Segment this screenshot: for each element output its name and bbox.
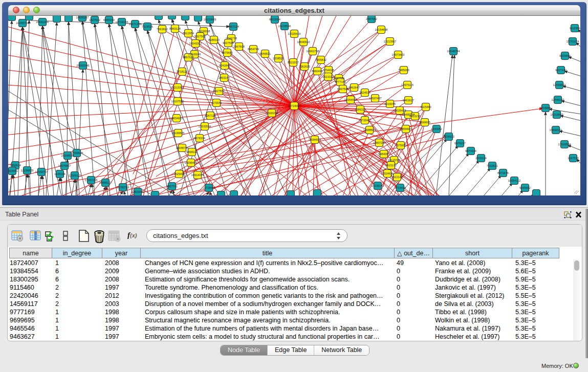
svg-text:10655267: 10655267 [76, 16, 89, 19]
svg-text:8938923: 8938923 [443, 135, 454, 138]
svg-text:2967608: 2967608 [233, 45, 245, 48]
svg-text:9646821: 9646821 [259, 52, 271, 55]
svg-text:8990448: 8990448 [312, 70, 323, 73]
svg-text:19554923: 19554923 [400, 127, 412, 130]
svg-text:9329966: 9329966 [559, 54, 571, 57]
svg-text:2687682: 2687682 [366, 17, 377, 20]
svg-text:19166845: 19166845 [172, 132, 185, 135]
svg-text:15751074: 15751074 [567, 40, 579, 43]
svg-text:16671355: 16671355 [129, 23, 142, 26]
svg-text:9463627: 9463627 [403, 99, 414, 102]
svg-text:9227342: 9227342 [555, 69, 567, 72]
svg-text:9857791: 9857791 [166, 185, 178, 188]
svg-text:7462647: 7462647 [349, 86, 360, 89]
svg-text:12093822: 12093822 [553, 83, 566, 86]
svg-text:8912954: 8912954 [183, 32, 194, 35]
svg-text:19654933: 19654933 [170, 117, 183, 120]
svg-text:19384554: 19384554 [309, 138, 321, 141]
svg-text:8322037: 8322037 [288, 61, 299, 64]
svg-text:18300295: 18300295 [266, 112, 278, 115]
svg-text:9242848: 9242848 [219, 64, 230, 67]
svg-text:16033809: 16033809 [204, 18, 216, 21]
svg-text:3267110: 3267110 [205, 114, 215, 117]
svg-text:17957255: 17957255 [85, 179, 98, 182]
svg-text:9498222: 9498222 [186, 150, 198, 154]
svg-text:12213369: 12213369 [171, 86, 184, 89]
svg-text:3915941: 3915941 [8, 169, 18, 172]
svg-text:16543362: 16543362 [189, 42, 202, 45]
svg-text:10975867: 10975867 [58, 164, 71, 167]
svg-text:9474444: 9474444 [465, 149, 476, 152]
svg-text:12156829: 12156829 [21, 169, 34, 172]
svg-text:9245652: 9245652 [519, 186, 531, 189]
svg-text:8813054: 8813054 [269, 18, 280, 21]
svg-text:12505115: 12505115 [69, 174, 81, 177]
svg-text:10054112: 10054112 [508, 179, 520, 182]
svg-text:9327503: 9327503 [194, 35, 206, 38]
svg-text:3215955: 3215955 [540, 106, 551, 110]
svg-text:12823446: 12823446 [132, 190, 144, 193]
svg-text:8412236: 8412236 [409, 115, 421, 118]
svg-text:5350614: 5350614 [10, 164, 21, 167]
svg-text:3675685: 3675685 [222, 51, 233, 54]
svg-text:7075692: 7075692 [395, 144, 406, 147]
svg-text:10507487: 10507487 [369, 97, 382, 100]
svg-text:3457789: 3457789 [333, 77, 344, 80]
svg-text:1733426: 1733426 [395, 186, 406, 189]
svg-text:9699695: 9699695 [419, 121, 430, 124]
svg-text:2935114: 2935114 [475, 157, 486, 160]
svg-text:10719155: 10719155 [116, 20, 128, 24]
svg-text:16099489: 16099489 [185, 161, 198, 164]
svg-text:2386322: 2386322 [355, 108, 366, 111]
svg-text:1615132: 1615132 [385, 164, 397, 167]
svg-text:1145194: 1145194 [54, 172, 65, 176]
svg-text:7663822: 7663822 [157, 28, 168, 31]
svg-text:16154838: 16154838 [375, 28, 388, 31]
svg-text:6794028: 6794028 [323, 69, 334, 72]
svg-text:7955812: 7955812 [315, 58, 326, 61]
svg-text:10958127: 10958127 [99, 181, 112, 184]
svg-text:5984067: 5984067 [378, 152, 389, 156]
svg-text:9777169: 9777169 [335, 80, 346, 83]
svg-text:12342757: 12342757 [35, 170, 48, 173]
svg-text:20691406: 20691406 [36, 20, 49, 24]
svg-text:3624534: 3624534 [359, 91, 371, 94]
svg-text:13325419: 13325419 [288, 32, 301, 35]
svg-text:18640910: 18640910 [297, 40, 310, 43]
svg-text:1546778: 1546778 [226, 37, 237, 40]
svg-text:6879197: 6879197 [454, 142, 466, 145]
svg-text:15226058: 15226058 [198, 30, 210, 33]
svg-text:16046786: 16046786 [176, 146, 189, 149]
svg-text:10782759: 10782759 [117, 186, 129, 189]
svg-text:1538520: 1538520 [273, 57, 284, 60]
svg-text:2718126: 2718126 [177, 70, 188, 73]
svg-text:12444193: 12444193 [552, 98, 564, 101]
svg-text:8427552: 8427552 [213, 90, 225, 93]
svg-text:9327508: 9327508 [223, 41, 234, 45]
svg-text:1167533: 1167533 [568, 157, 578, 160]
svg-text:13533594: 13533594 [199, 125, 211, 128]
svg-text:29053346: 29053346 [77, 64, 90, 67]
svg-text:9115460: 9115460 [420, 105, 431, 108]
svg-text:7485063: 7485063 [398, 69, 409, 72]
svg-text:18724007: 18724007 [288, 104, 301, 107]
svg-text:2803144: 2803144 [219, 76, 230, 79]
svg-text:16210643: 16210643 [551, 113, 563, 116]
svg-text:7515526: 7515526 [142, 25, 153, 28]
svg-text:7632621: 7632621 [487, 164, 498, 167]
svg-text:8960124: 8960124 [169, 27, 181, 30]
svg-text:12213967: 12213967 [384, 40, 397, 43]
svg-text:1170041: 1170041 [211, 101, 222, 104]
svg-text:1527602: 1527602 [89, 18, 100, 21]
svg-text:20364436: 20364436 [344, 98, 357, 101]
svg-text:15720407: 15720407 [359, 119, 372, 122]
svg-text:2522146: 2522146 [391, 176, 403, 179]
svg-text:6966160: 6966160 [103, 18, 115, 21]
svg-text:6216045: 6216045 [384, 102, 396, 105]
svg-text:14136141: 14136141 [372, 184, 384, 187]
svg-text:8186323: 8186323 [208, 38, 220, 41]
svg-text:13524651: 13524651 [381, 172, 394, 175]
svg-text:1362615: 1362615 [299, 65, 310, 68]
svg-text:17016504: 17016504 [558, 143, 571, 146]
svg-text:18807249: 18807249 [373, 141, 386, 144]
